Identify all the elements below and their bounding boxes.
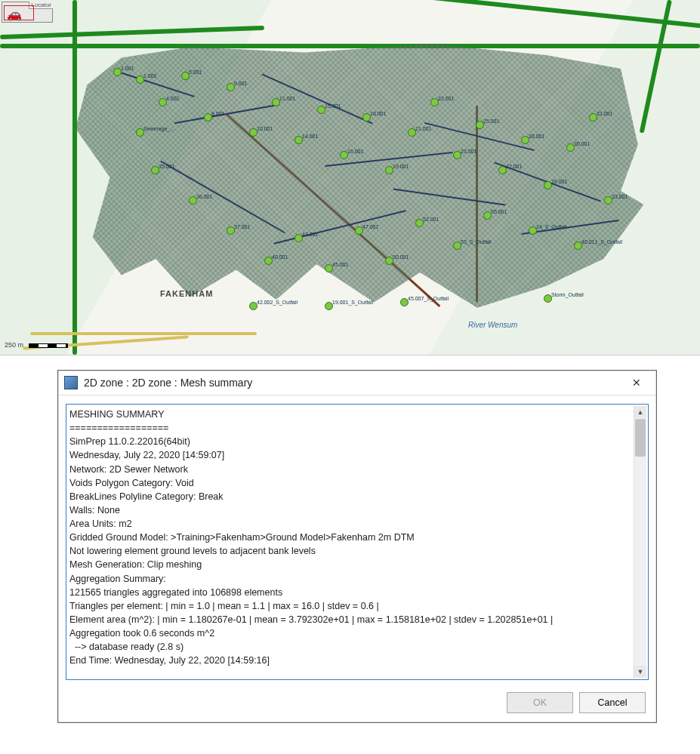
network-node[interactable] (453, 242, 461, 250)
network-node[interactable] (264, 257, 273, 265)
network-node[interactable] (589, 113, 597, 122)
road-major-h2 (0, 26, 264, 39)
network-node[interactable] (415, 219, 424, 227)
road-major-v1 (72, 0, 77, 355)
chevron-up-icon: ▲ (637, 408, 644, 416)
network-node[interactable] (272, 98, 280, 106)
network-node[interactable] (181, 72, 190, 80)
vertical-scrollbar[interactable]: ▲ ▼ (634, 406, 646, 678)
network-node[interactable] (189, 196, 197, 205)
network-node[interactable] (529, 226, 537, 235)
network-node[interactable] (476, 121, 484, 129)
network-node[interactable] (400, 298, 409, 306)
dialog-title: 2D zone : 2D zone : Mesh summary (84, 377, 621, 389)
network-node[interactable] (355, 226, 363, 235)
mesh-summary-dialog: 2D zone : 2D zone : Mesh summary ✕ MESHI… (57, 370, 657, 723)
network-node[interactable] (544, 294, 552, 303)
network-node[interactable] (317, 106, 325, 114)
dialog-content-frame: MESHING SUMMARY ================== SimPr… (66, 404, 649, 680)
road-major-h3 (424, 0, 700, 28)
node-label: Storm_Outfall (551, 292, 584, 297)
road-minor-1 (30, 332, 257, 335)
map-canvas[interactable]: 1.0011.0024.0025.0018.0019.00110.00111.0… (0, 0, 700, 355)
network-node[interactable] (340, 151, 348, 159)
network-node[interactable] (408, 128, 416, 137)
node-label: 42.002_S_Outfall (257, 300, 298, 305)
locator-graphic-icon: 🚗 (7, 7, 22, 21)
network-node[interactable] (498, 166, 507, 174)
scale-bar-graphic (29, 343, 68, 348)
network-node[interactable] (566, 143, 575, 152)
mesh-summary-text[interactable]: MESHING SUMMARY ================== SimPr… (69, 408, 633, 676)
close-icon: ✕ (632, 377, 641, 389)
ok-button: OK (507, 692, 573, 713)
network-node[interactable] (521, 136, 529, 144)
network-node[interactable] (385, 166, 393, 174)
network-node[interactable] (227, 226, 235, 235)
network-node[interactable] (430, 98, 439, 106)
network-node[interactable] (136, 75, 144, 84)
network-node[interactable] (362, 113, 371, 122)
network-node[interactable] (227, 83, 235, 91)
chevron-down-icon: ▼ (637, 668, 644, 676)
network-node[interactable] (249, 128, 257, 137)
dialog-button-row: OK Cancel (507, 692, 646, 713)
scroll-up-button[interactable]: ▲ (634, 406, 646, 418)
scroll-thumb[interactable] (635, 419, 646, 457)
network-node[interactable] (604, 196, 612, 205)
scroll-down-button[interactable]: ▼ (634, 666, 646, 678)
network-node[interactable] (453, 151, 461, 159)
network-node[interactable] (544, 181, 552, 189)
locator-widget[interactable]: Locator 🚗 (2, 2, 53, 23)
network-node[interactable] (325, 264, 333, 272)
network-node[interactable] (385, 257, 393, 265)
app-icon (64, 376, 78, 389)
network-node[interactable] (249, 302, 257, 310)
network-node[interactable] (294, 136, 303, 144)
scale-label: 250 m (5, 341, 23, 349)
network-node[interactable] (574, 242, 582, 250)
close-button[interactable]: ✕ (621, 372, 652, 393)
map-town-label: FAKENHAM (160, 289, 213, 298)
cancel-button[interactable]: Cancel (579, 692, 646, 713)
map-scale-bar: 250 m (5, 341, 68, 349)
network-node[interactable] (294, 234, 303, 242)
road-major-h1 (0, 44, 700, 48)
network-node[interactable] (113, 68, 122, 76)
map-river-label: River Wensum (468, 321, 517, 329)
mesh-zone-overlay[interactable] (76, 42, 649, 313)
network-node[interactable] (136, 128, 144, 137)
network-node[interactable] (159, 98, 167, 106)
network-node[interactable] (151, 166, 159, 174)
dialog-titlebar[interactable]: 2D zone : 2D zone : Mesh summary ✕ (58, 371, 656, 395)
network-node[interactable] (325, 302, 333, 310)
node-label: 19.001_S_Outfall (332, 300, 373, 305)
network-node[interactable] (204, 113, 212, 122)
network-node[interactable] (483, 211, 492, 220)
